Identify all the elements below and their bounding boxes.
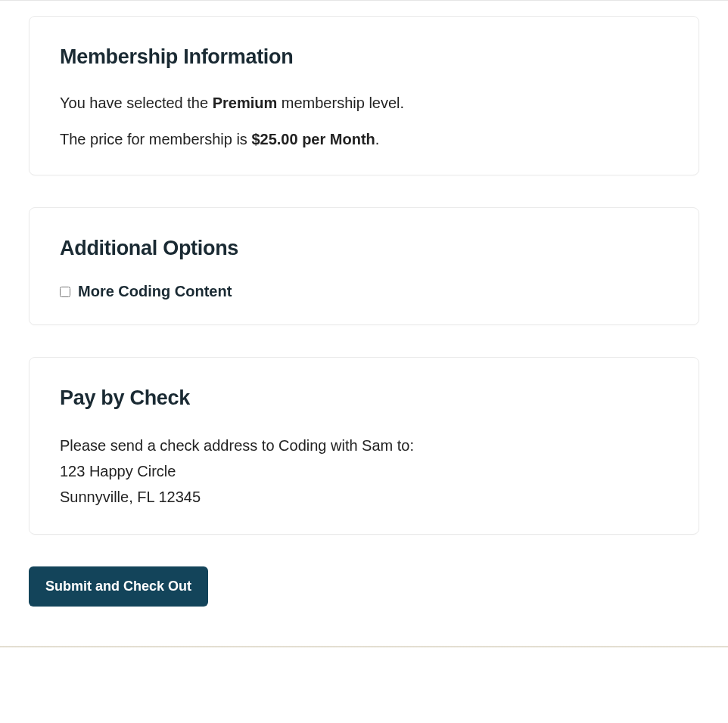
pay-by-check-card: Pay by Check Please send a check address… [29,357,699,535]
option-checkbox[interactable] [60,287,70,297]
option-more-coding-content[interactable]: More Coding Content [60,283,668,300]
membership-price-text: The price for membership is $25.00 per M… [60,128,668,150]
membership-info-card: Membership Information You have selected… [29,16,699,175]
payment-address-line2: Sunnyville, FL 12345 [60,484,668,510]
payment-address-line1: 123 Happy Circle [60,458,668,484]
membership-level-text: You have selected the Premium membership… [60,92,668,114]
submit-button[interactable]: Submit and Check Out [29,566,208,607]
bottom-divider [0,646,728,648]
payment-intro: Please send a check address to Coding wi… [60,433,668,458]
options-heading: Additional Options [60,237,668,260]
additional-options-card: Additional Options More Coding Content [29,207,699,325]
membership-heading: Membership Information [60,45,668,69]
payment-address: Please send a check address to Coding wi… [60,433,668,510]
payment-heading: Pay by Check [60,386,668,410]
option-label: More Coding Content [78,283,232,300]
